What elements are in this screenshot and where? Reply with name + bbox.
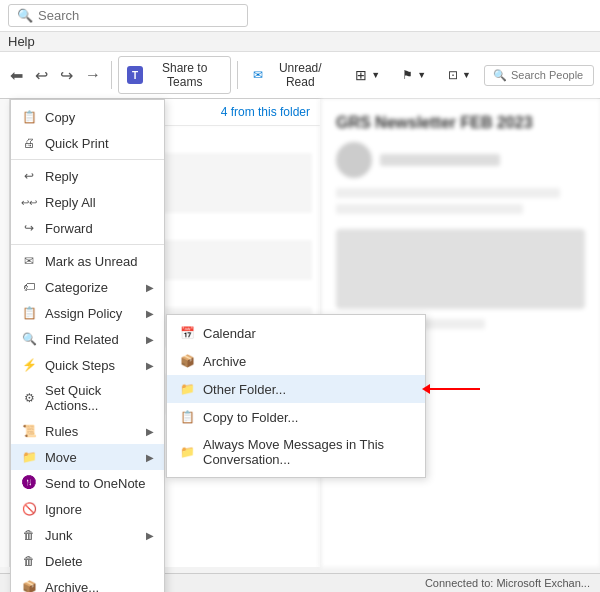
reply-icon: ↩ — [21, 168, 37, 184]
junk-arrow: ▶ — [146, 530, 154, 541]
print-icon: 🖨 — [21, 135, 37, 151]
menu-archive-label: Archive... — [45, 580, 154, 593]
main-area: 📋 Copy 🖨 Quick Print ↩ Reply ↩↩ Reply Al… — [0, 99, 600, 567]
reply-all-icon: ↩↩ — [21, 194, 37, 210]
undo-button[interactable]: ↩ — [31, 62, 52, 89]
sender-avatar — [336, 142, 372, 178]
separator-1 — [111, 61, 112, 89]
menu-delete-label: Delete — [45, 554, 154, 569]
search-people-icon: 🔍 — [493, 69, 507, 82]
menu-item-mark-unread[interactable]: ✉ Mark as Unread — [11, 248, 164, 274]
submenu-calendar-label: Calendar — [203, 326, 413, 341]
delete-icon: 🗑 — [21, 553, 37, 569]
help-bar: Help — [0, 32, 600, 52]
copy-icon: 📋 — [21, 109, 37, 125]
unread-read-label: Unread/ Read — [267, 61, 333, 89]
search-icon: 🔍 — [17, 8, 33, 23]
search-people-input[interactable] — [511, 69, 585, 81]
menu-categorize-label: Categorize — [45, 280, 138, 295]
divider-1 — [11, 159, 164, 160]
menu-reply-all-label: Reply All — [45, 195, 154, 210]
menu-set-quick-actions-label: Set Quick Actions... — [45, 383, 154, 413]
mark-unread-icon: ✉ — [21, 253, 37, 269]
flag-button[interactable]: ⚑ ▼ — [393, 63, 435, 87]
quick-steps-arrow: ▶ — [146, 360, 154, 371]
menu-item-rules[interactable]: 📜 Rules ▶ — [11, 418, 164, 444]
search-people-box[interactable]: 🔍 — [484, 65, 594, 86]
top-search-bar: 🔍 — [0, 0, 600, 32]
menu-assign-policy-label: Assign Policy — [45, 306, 138, 321]
menu-junk-label: Junk — [45, 528, 138, 543]
menu-item-send-onenote[interactable]: 🅝 Send to OneNote — [11, 470, 164, 496]
submenu-item-always-move[interactable]: 📁 Always Move Messages in This Conversat… — [167, 431, 425, 473]
menu-item-delete[interactable]: 🗑 Delete — [11, 548, 164, 574]
menu-item-reply[interactable]: ↩ Reply — [11, 163, 164, 189]
archive-sub-icon: 📦 — [179, 353, 195, 369]
menu-item-junk[interactable]: 🗑 Junk ▶ — [11, 522, 164, 548]
submenu-item-calendar[interactable]: 📅 Calendar — [167, 319, 425, 347]
menu-item-quick-print[interactable]: 🖨 Quick Print — [11, 130, 164, 156]
preview-image — [336, 229, 585, 309]
find-related-icon: 🔍 — [21, 331, 37, 347]
main-search-input[interactable] — [38, 8, 239, 23]
grid-view-button[interactable]: ⊞ ▼ — [346, 62, 389, 88]
menu-item-forward[interactable]: ↪ Forward — [11, 215, 164, 241]
back-button[interactable]: ⬅ — [6, 62, 27, 89]
left-panel — [0, 99, 10, 567]
submenu-copy-folder-label: Copy to Folder... — [203, 410, 413, 425]
submenu-other-folder-label: Other Folder... — [203, 382, 413, 397]
view-dropdown-icon: ▼ — [462, 70, 471, 80]
help-label: Help — [8, 34, 35, 49]
forward-arrow-icon: → — [85, 66, 101, 83]
preview-line-2 — [336, 204, 523, 214]
forward-button[interactable]: → — [81, 62, 105, 88]
assign-policy-arrow: ▶ — [146, 308, 154, 319]
menu-item-archive[interactable]: 📦 Archive... — [11, 574, 164, 592]
menu-reply-label: Reply — [45, 169, 154, 184]
submenu-item-other-folder[interactable]: 📁 Other Folder... — [167, 375, 425, 403]
menu-item-assign-policy[interactable]: 📋 Assign Policy ▶ — [11, 300, 164, 326]
redo-icon: ↪ — [60, 67, 73, 84]
menu-rules-label: Rules — [45, 424, 138, 439]
envelope-icon: ✉ — [253, 68, 263, 82]
grid-icon: ⊞ — [355, 67, 367, 83]
redo-button[interactable]: ↪ — [56, 62, 77, 89]
menu-item-ignore[interactable]: 🚫 Ignore — [11, 496, 164, 522]
move-submenu: 📅 Calendar 📦 Archive 📁 Other Folder... — [166, 314, 426, 478]
flag-icon: ⚑ — [402, 68, 413, 82]
separator-2 — [237, 61, 238, 89]
view-icon: ⊡ — [448, 68, 458, 82]
menu-item-set-quick-actions[interactable]: ⚙ Set Quick Actions... — [11, 378, 164, 418]
filter-link[interactable]: 4 from this folder — [221, 105, 310, 119]
junk-icon: 🗑 — [21, 527, 37, 543]
menu-item-find-related[interactable]: 🔍 Find Related ▶ — [11, 326, 164, 352]
menu-item-move[interactable]: 📁 Move ▶ 📅 Calendar 📦 Archive 📁 Other Fo… — [11, 444, 164, 470]
menu-item-copy[interactable]: 📋 Copy — [11, 104, 164, 130]
back-arrow-icon: ⬅ — [10, 67, 23, 84]
ribbon: ⬅ ↩ ↪ → T Share to Teams ✉ Unread/ Read … — [0, 52, 600, 99]
main-search-box[interactable]: 🔍 — [8, 4, 248, 27]
onenote-icon: 🅝 — [21, 475, 37, 491]
view-button[interactable]: ⊡ ▼ — [439, 63, 480, 87]
submenu-always-move-label: Always Move Messages in This Conversatio… — [203, 437, 413, 467]
rules-arrow: ▶ — [146, 426, 154, 437]
ignore-icon: 🚫 — [21, 501, 37, 517]
flag-dropdown-icon: ▼ — [417, 70, 426, 80]
share-teams-button[interactable]: T Share to Teams — [118, 56, 231, 94]
preview-title: GRS Newsletter FEB 2023 — [336, 114, 585, 132]
find-related-arrow: ▶ — [146, 334, 154, 345]
menu-copy-label: Copy — [45, 110, 154, 125]
menu-item-reply-all[interactable]: ↩↩ Reply All — [11, 189, 164, 215]
submenu-item-copy-folder[interactable]: 📋 Copy to Folder... — [167, 403, 425, 431]
menu-move-label: Move — [45, 450, 138, 465]
arrow-indicator — [422, 384, 480, 394]
menu-quick-print-label: Quick Print — [45, 136, 154, 151]
menu-forward-label: Forward — [45, 221, 154, 236]
calendar-icon: 📅 — [179, 325, 195, 341]
undo-icon: ↩ — [35, 67, 48, 84]
unread-read-button[interactable]: ✉ Unread/ Read — [244, 56, 342, 94]
menu-item-categorize[interactable]: 🏷 Categorize ▶ — [11, 274, 164, 300]
submenu-item-archive[interactable]: 📦 Archive — [167, 347, 425, 375]
menu-item-quick-steps[interactable]: ⚡ Quick Steps ▶ — [11, 352, 164, 378]
categorize-arrow: ▶ — [146, 282, 154, 293]
